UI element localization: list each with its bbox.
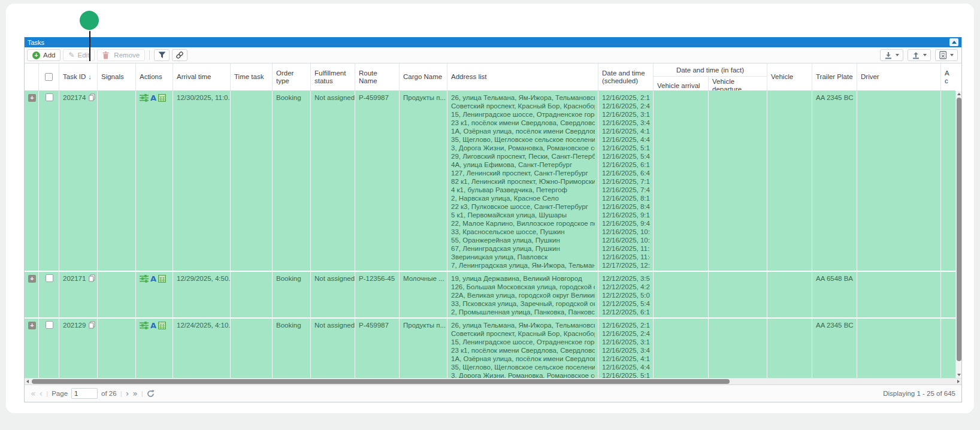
export-download-button[interactable] [880, 49, 903, 61]
dropdown-caret-icon [896, 54, 899, 56]
row-checkbox[interactable] [46, 274, 53, 282]
sliders-icon[interactable] [140, 94, 149, 102]
column-header-vehicle-departure[interactable]: Vehicle departure [709, 77, 767, 91]
fulfillment-status-cell: Not assigned [311, 272, 355, 317]
row-expand-button[interactable]: + [28, 94, 36, 102]
scheduled-datetime-line: 12/16/2025, 2:14... [602, 93, 650, 102]
route-a-icon[interactable]: A [150, 94, 156, 102]
column-header-signals[interactable]: Signals [98, 63, 136, 90]
scheduled-datetime-line: 12/16/2025, 7:44... [602, 186, 650, 194]
next-page-button[interactable]: › [126, 389, 129, 398]
calculator-icon[interactable] [158, 94, 166, 102]
grid-body: +202174A12/30/2025, 11:0...BookingNot as… [25, 91, 961, 378]
column-header-selectall[interactable] [39, 63, 59, 90]
column-header-trailer-plate[interactable]: Trailer Plate [812, 63, 857, 90]
column-header-clipped[interactable]: A c [941, 63, 955, 90]
address-line: 55, Оранжерейная улица, Пушкин [451, 236, 595, 244]
calculator-icon[interactable] [158, 322, 166, 329]
table-row[interactable]: +202174A12/30/2025, 11:0...BookingNot as… [25, 91, 961, 272]
column-header-order-type[interactable]: Order type [273, 63, 311, 90]
column-header-scheduled[interactable]: Date and time (scheduled) [598, 63, 654, 90]
address-line: 22, Малое Карлино, Виллозское городское … [451, 219, 595, 228]
column-header-time-task[interactable]: Time task [231, 63, 273, 90]
filter-button[interactable] [154, 49, 170, 61]
row-expand-button[interactable]: + [28, 322, 36, 329]
row-checkbox-cell [39, 91, 59, 271]
copy-icon[interactable] [89, 321, 95, 331]
column-header-address-list[interactable]: Address list [447, 63, 598, 90]
scheduled-datetime-line: 12/16/2025, 2:44... [602, 102, 650, 110]
actions-cell: A [136, 91, 173, 271]
scheduled-datetime-line: 12/16/2025, 9:14... [602, 211, 650, 219]
table-row[interactable]: +202171A12/29/2025, 4:50...BookingNot as… [25, 272, 961, 319]
scroll-down-arrow[interactable] [956, 372, 961, 378]
refresh-button[interactable] [147, 390, 155, 398]
address-line: Советский проспект, Красный Бор, Красноб… [451, 102, 595, 110]
address-line: 33, Красносельское шоссе, Пушкин [451, 228, 595, 236]
scheduled-datetime-line: 12/16/2025, 4:14... [602, 127, 650, 135]
vehicle-arrival-cell [654, 272, 709, 317]
column-header-vehicle-arrival[interactable]: Vehicle arrival [654, 77, 709, 91]
address-line: 29, Лиговский проспект, Пески, Санкт-Пет… [451, 152, 595, 161]
copy-icon[interactable] [89, 274, 95, 284]
scroll-left-arrow[interactable] [25, 378, 31, 384]
column-header-cargo-name[interactable]: Cargo Name [400, 63, 447, 90]
vertical-scrollbar[interactable] [955, 91, 961, 378]
sliders-icon[interactable] [140, 322, 149, 329]
scheduled-datetime-line: 12/16/2025, 9:44... [602, 219, 650, 228]
calculator-icon[interactable] [158, 275, 166, 283]
scheduled-datetime-line: 12/16/2025, 8:44... [602, 202, 650, 211]
remove-button-label: Remove [114, 52, 140, 59]
last-page-button[interactable]: » [132, 389, 138, 398]
remove-button[interactable]: Remove [97, 49, 145, 61]
horizontal-scrollbar[interactable] [25, 378, 961, 384]
row-checkbox[interactable] [46, 321, 53, 329]
horizontal-scroll-thumb[interactable] [32, 379, 730, 384]
route-name-cell: P-459987 [355, 91, 400, 271]
vehicle-arrival-cell [654, 319, 709, 378]
trailer-plate-cell: AA 6548 BA [812, 272, 857, 317]
column-header-actions[interactable]: Actions [136, 63, 173, 90]
selectall-checkbox[interactable] [45, 73, 53, 81]
page-number-input[interactable] [71, 388, 98, 399]
column-header-fulfillment-status[interactable]: Fulfillment status [311, 63, 355, 90]
column-header-driver[interactable]: Driver [857, 63, 941, 90]
scheduled-datetime-line: 12/16/2025, 11:4... [602, 253, 650, 261]
column-header-vehicle[interactable]: Vehicle [767, 63, 812, 90]
copy-icon[interactable] [89, 93, 95, 103]
address-line: 26, улица Тельмана, Ям-Ижора, Тельмановс… [451, 321, 595, 329]
arrival-time-cell: 12/30/2025, 11:0... [173, 91, 231, 271]
collapse-panel-button[interactable] [949, 38, 958, 46]
row-expander-cell: + [25, 91, 39, 271]
scheduled-datetime-line: 12/16/2025, 5:44... [602, 152, 650, 161]
scroll-right-arrow[interactable] [955, 378, 961, 384]
column-header-task-id[interactable]: Task ID ↓ [59, 63, 98, 90]
row-expand-button[interactable]: + [28, 275, 36, 283]
fulfillment-status-cell: Not assigned [311, 91, 355, 271]
add-button[interactable]: + Add [27, 49, 61, 61]
upload-tray-icon [912, 52, 920, 59]
scheduled-datetime-line: 12/16/2025, 11:1... [602, 244, 650, 253]
column-header-route-name[interactable]: Route Name [355, 63, 400, 90]
column-header-in-fact[interactable]: Date and time (in fact) [654, 63, 767, 77]
scroll-up-arrow[interactable] [956, 91, 961, 97]
scheduled-datetime-line: 12/16/2025, 3:44... [602, 346, 650, 355]
scheduled-datetime-line: 12/17/2025, 12:1... [602, 261, 650, 269]
prev-page-button[interactable]: ‹ [40, 389, 43, 398]
address-line: 4А, улица Ефимова, Санкт-Петербург [451, 161, 595, 169]
vertical-scroll-thumb[interactable] [957, 98, 961, 361]
route-a-icon[interactable]: A [150, 322, 156, 329]
import-upload-button[interactable] [908, 49, 931, 61]
column-header-arrival-time[interactable]: Arrival time [173, 63, 231, 90]
excel-export-button[interactable] [935, 49, 958, 61]
driver-cell [857, 319, 941, 378]
first-page-button[interactable]: « [31, 389, 36, 398]
scheduled-datetime-line: 12/16/2025, 10:4... [602, 236, 650, 244]
row-checkbox[interactable] [46, 93, 53, 101]
table-row[interactable]: +202129A12/24/2025, 4:10...BookingNot as… [25, 319, 961, 378]
link-button[interactable] [172, 49, 187, 61]
address-line: 15, Ленинградское шоссе, Отрадненское го… [451, 338, 595, 346]
vehicle-cell [767, 319, 812, 378]
sliders-icon[interactable] [140, 275, 149, 283]
route-a-icon[interactable]: A [150, 275, 156, 283]
